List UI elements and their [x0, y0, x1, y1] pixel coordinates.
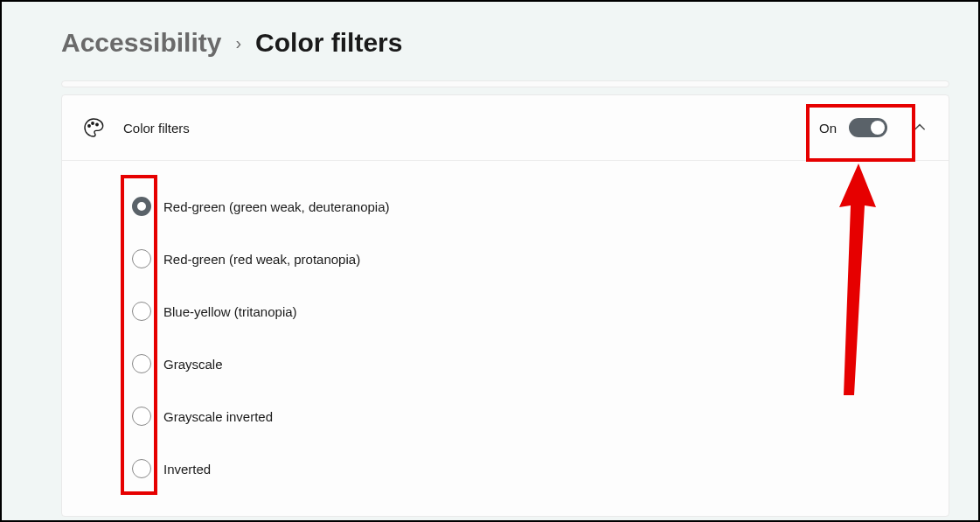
toggle-switch[interactable] — [849, 118, 887, 137]
panel-title: Color filters — [123, 121, 810, 136]
chevron-up-icon[interactable] — [912, 120, 928, 136]
breadcrumb-parent[interactable]: Accessibility — [61, 28, 221, 58]
option-label: Red-green (red weak, protanopia) — [163, 252, 360, 267]
radio-button[interactable] — [132, 459, 151, 478]
breadcrumb: Accessibility › Color filters — [61, 28, 950, 58]
option-label: Blue-yellow (tritanopia) — [163, 304, 297, 319]
option-label: Grayscale — [163, 357, 223, 372]
panel-header[interactable]: Color filters On — [62, 95, 949, 161]
radio-button[interactable] — [132, 354, 151, 373]
filter-options-list: Red-green (green weak, deuteranopia) Red… — [62, 161, 949, 516]
option-label: Inverted — [163, 462, 211, 477]
color-filters-toggle[interactable]: On — [810, 113, 896, 143]
option-grayscale[interactable]: Grayscale — [132, 338, 949, 390]
option-label: Grayscale inverted — [163, 409, 273, 424]
radio-button[interactable] — [132, 249, 151, 268]
option-tritanopia[interactable]: Blue-yellow (tritanopia) — [132, 285, 949, 338]
svg-point-1 — [92, 122, 94, 124]
svg-point-0 — [88, 125, 90, 127]
svg-point-2 — [96, 123, 98, 125]
option-grayscale-inverted[interactable]: Grayscale inverted — [132, 390, 949, 442]
palette-icon — [83, 117, 104, 138]
breadcrumb-separator-icon: › — [235, 33, 241, 53]
panel-top-strip — [61, 80, 949, 87]
radio-button[interactable] — [132, 197, 151, 216]
toggle-knob — [871, 121, 885, 135]
radio-button[interactable] — [132, 407, 151, 426]
option-inverted[interactable]: Inverted — [132, 442, 949, 495]
option-protanopia[interactable]: Red-green (red weak, protanopia) — [132, 233, 949, 285]
radio-button[interactable] — [132, 302, 151, 321]
color-filters-panel: Color filters On Red-green (green weak, … — [61, 94, 949, 517]
toggle-state-label: On — [819, 121, 837, 136]
option-label: Red-green (green weak, deuteranopia) — [163, 199, 390, 214]
breadcrumb-current: Color filters — [255, 28, 402, 58]
option-deuteranopia[interactable]: Red-green (green weak, deuteranopia) — [132, 180, 949, 233]
